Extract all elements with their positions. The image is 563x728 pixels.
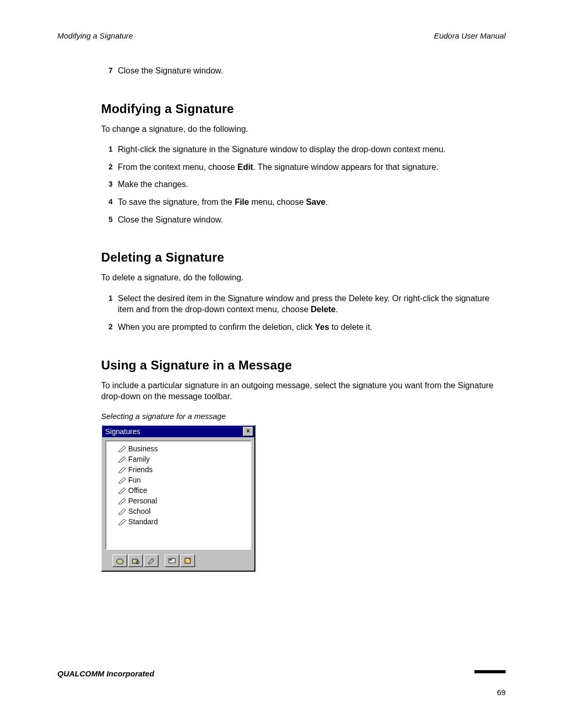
step-text: When you are prompted to confirm the del… [118, 322, 506, 333]
step-row: 4 To save the signature, from the File m… [101, 196, 506, 208]
step-number: 5 [101, 214, 113, 226]
panel-toolbar [102, 553, 254, 571]
step-number: 1 [101, 293, 113, 315]
text-fragment: to delete it. [329, 323, 373, 331]
pen-icon [118, 508, 128, 515]
content-area: 7 Close the Signature window. Modifying … [101, 65, 506, 572]
list-item-label: Friends [128, 465, 153, 474]
header-left: Modifying a Signature [57, 31, 133, 40]
list-item-label: Standard [128, 517, 158, 526]
step-number: 1 [101, 144, 113, 155]
card-icon [168, 557, 176, 564]
step-row: 3 Make the changes. [101, 179, 506, 190]
step-number: 4 [101, 196, 113, 208]
figure-caption: Selecting a signature for a message [101, 412, 506, 421]
intro-modifying: To change a signature, do the following. [101, 124, 506, 135]
box-icon [116, 557, 124, 564]
page-number: 69 [497, 688, 506, 697]
bold-word: Edit [237, 163, 253, 171]
pen-icon [118, 455, 128, 463]
heading-deleting: Deleting a Signature [101, 250, 506, 265]
text-fragment: To save the signature, from the [118, 198, 235, 206]
pen-icon [118, 518, 128, 525]
pen-icon [118, 466, 128, 473]
list-item[interactable]: Friends [107, 464, 249, 475]
step-row: 5 Close the Signature window. [101, 214, 506, 226]
step-number: 3 [101, 179, 113, 190]
pen-icon [118, 476, 128, 484]
svg-rect-3 [169, 559, 172, 561]
list-item[interactable]: Office [107, 485, 249, 496]
step-text: Make the changes. [118, 179, 506, 190]
folder-search-icon [131, 557, 140, 564]
list-item[interactable]: Family [107, 454, 249, 464]
step-row: 1 Right-click the signature in the Signa… [101, 144, 506, 155]
pen-icon [118, 497, 128, 504]
text-fragment: menu, choose [249, 198, 306, 206]
pen-icon [118, 487, 128, 494]
pen-icon [118, 445, 128, 452]
list-item-label: Office [128, 486, 147, 495]
running-header: Modifying a Signature Eudora User Manual [57, 31, 506, 40]
page: Modifying a Signature Eudora User Manual… [0, 0, 563, 728]
toolbar-button-4[interactable] [165, 554, 179, 567]
step-text: To save the signature, from the File men… [118, 196, 506, 208]
step-row: 7 Close the Signature window. [101, 65, 506, 77]
intro-deleting: To delete a signature, do the following. [101, 272, 506, 283]
footer-rule [474, 670, 506, 673]
titlebar: Signatures × [102, 426, 254, 437]
step-text: Right-click the signature in the Signatu… [118, 144, 506, 155]
bold-word: Yes [315, 323, 329, 331]
text-fragment: . The signature window appears for that … [253, 163, 438, 171]
footer-company: QUALCOMM Incorporated [57, 669, 154, 678]
list-item-label: Fun [128, 476, 141, 484]
step-row: 1 Select the desired item in the Signatu… [101, 293, 506, 315]
heading-using: Using a Signature in a Message [101, 358, 506, 373]
step-text: Close the Signature window. [118, 65, 506, 77]
bold-word: Delete [311, 305, 336, 314]
text-fragment: . [325, 198, 327, 206]
step-number: 7 [101, 65, 113, 77]
list-item[interactable]: Business [107, 443, 249, 454]
bold-word: File [235, 198, 249, 206]
heading-modifying: Modifying a Signature [101, 102, 506, 116]
close-icon[interactable]: × [243, 427, 253, 436]
signature-list[interactable]: Business Family Friends Fun Office [105, 440, 251, 550]
text-fragment: . [336, 305, 338, 314]
list-item[interactable]: Fun [107, 475, 249, 485]
list-item[interactable]: School [107, 506, 249, 516]
step-text: Close the Signature window. [118, 214, 506, 226]
step-number: 2 [101, 162, 113, 173]
titlebar-text: Signatures [105, 427, 140, 436]
list-item-label: Personal [128, 497, 157, 505]
list-item[interactable]: Standard [107, 516, 249, 527]
header-right: Eudora User Manual [434, 31, 506, 40]
intro-using: To include a particular signature in an … [101, 380, 506, 402]
list-item-label: Family [128, 455, 150, 463]
text-fragment: From the context menu, choose [118, 163, 237, 171]
toolbar-button-2[interactable] [128, 554, 143, 567]
text-fragment: Select the desired item in the Signature… [118, 294, 489, 314]
toolbar-button-3[interactable] [144, 554, 158, 567]
bold-word: Save [306, 198, 325, 206]
toolbar-button-5[interactable] [180, 554, 195, 567]
list-item-label: School [128, 507, 151, 515]
step-number: 2 [101, 322, 113, 333]
list-item[interactable]: Personal [107, 496, 249, 506]
note-icon [183, 557, 192, 564]
step-row: 2 When you are prompted to confirm the d… [101, 322, 506, 333]
toolbar-button-1[interactable] [113, 554, 127, 567]
pen-icon [147, 557, 155, 564]
step-row: 2 From the context menu, choose Edit. Th… [101, 162, 506, 173]
step-text: Select the desired item in the Signature… [118, 293, 506, 315]
list-item-label: Business [128, 445, 158, 453]
text-fragment: When you are prompted to confirm the del… [118, 323, 315, 331]
step-text: From the context menu, choose Edit. The … [118, 162, 506, 173]
signatures-panel: Signatures × Business Family Friends [101, 425, 255, 572]
